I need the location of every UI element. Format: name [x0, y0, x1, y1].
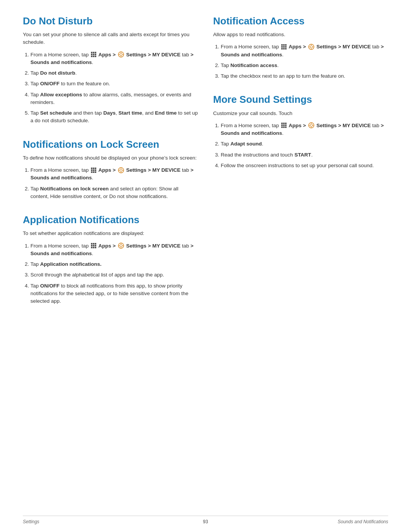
- steps-notifications-lock-screen: From a Home screen, tap Apps >: [23, 166, 198, 200]
- step-item: Tap Application notifications.: [30, 260, 198, 268]
- footer-right-label: Sounds and Notifications: [338, 519, 388, 524]
- steps-do-not-disturb: From a Home screen, tap Apps >: [23, 51, 198, 125]
- page: Do Not Disturb You can set your phone to…: [0, 0, 411, 532]
- step-item: Read the instructions and touch START.: [221, 151, 388, 159]
- section-intro-do-not-disturb: You can set your phone to silence all ca…: [23, 31, 198, 46]
- footer-left-label: Settings: [23, 519, 39, 524]
- svg-point-13: [120, 244, 122, 247]
- svg-point-25: [310, 124, 312, 126]
- steps-more-sound-settings: From a Home screen, tap Apps >: [213, 122, 388, 169]
- apps-icon: [281, 123, 287, 128]
- settings-icon: [118, 243, 124, 249]
- step-item: From a Home screen, tap Apps >: [30, 51, 198, 67]
- section-heading-application-notifications: Application Notifications: [23, 214, 198, 226]
- apps-icon: [91, 168, 96, 173]
- right-column: Notification Access Allow apps to read n…: [213, 15, 388, 319]
- steps-application-notifications: From a Home screen, tap Apps >: [23, 242, 198, 305]
- step-item: Tap Allow exceptions to allow alarms, ca…: [30, 91, 198, 107]
- section-do-not-disturb: Do Not Disturb You can set your phone to…: [23, 15, 198, 125]
- section-notification-access: Notification Access Allow apps to read n…: [213, 15, 388, 80]
- left-column: Do Not Disturb You can set your phone to…: [23, 15, 198, 319]
- apps-icon: [281, 44, 287, 50]
- step-item: Tap ON/OFF to turn the feature on.: [30, 80, 198, 88]
- settings-icon: [118, 167, 124, 173]
- step-item: Follow the onscreen instructions to set …: [221, 162, 388, 169]
- section-intro-application-notifications: To set whether application notifications…: [23, 230, 198, 237]
- apps-icon: [91, 243, 96, 248]
- step-item: Tap Notifications on lock screen and sel…: [30, 185, 198, 201]
- settings-icon: [308, 122, 314, 128]
- step-item: Tap the checkbox next to an app to turn …: [221, 72, 388, 80]
- step-item: Tap ON/OFF to block all notifications fr…: [30, 282, 198, 305]
- section-heading-more-sound-settings: More Sound Settings: [213, 94, 388, 105]
- section-more-sound-settings: More Sound Settings Customize your call …: [213, 94, 388, 169]
- section-intro-more-sound-settings: Customize your call sounds. Touch: [213, 110, 388, 117]
- step-item: From a Home screen, tap Apps >: [221, 122, 388, 137]
- step-item: Scroll through the alphabetical list of …: [30, 271, 198, 279]
- svg-point-7: [120, 169, 122, 171]
- step-item: From a Home screen, tap Apps >: [30, 242, 198, 258]
- section-heading-notifications-lock-screen: Notifications on Lock Screen: [23, 139, 198, 150]
- steps-notification-access: From a Home screen, tap Apps >: [213, 43, 388, 80]
- section-heading-notification-access: Notification Access: [213, 15, 388, 27]
- section-intro-notification-access: Allow apps to read notifications.: [213, 31, 388, 38]
- svg-point-19: [310, 46, 312, 48]
- section-application-notifications: Application Notifications To set whether…: [23, 214, 198, 305]
- step-item: Tap Adapt sound.: [221, 140, 388, 148]
- apps-icon: [91, 52, 96, 57]
- step-item: From a Home screen, tap Apps >: [221, 43, 388, 59]
- two-column-layout: Do Not Disturb You can set your phone to…: [23, 15, 388, 319]
- svg-point-1: [120, 53, 122, 56]
- step-item: From a Home screen, tap Apps >: [30, 166, 198, 182]
- step-item: Tap Do not disturb.: [30, 69, 198, 77]
- settings-icon: [308, 44, 314, 50]
- step-item: Tap Set schedule and then tap Days, Star…: [30, 109, 198, 125]
- section-intro-notifications-lock-screen: To define how notifications should be di…: [23, 154, 198, 162]
- settings-icon: [118, 51, 124, 58]
- section-notifications-lock-screen: Notifications on Lock Screen To define h…: [23, 139, 198, 200]
- step-item: Tap Notification access.: [221, 62, 388, 69]
- footer-page-number: 93: [203, 519, 208, 524]
- section-heading-do-not-disturb: Do Not Disturb: [23, 15, 198, 27]
